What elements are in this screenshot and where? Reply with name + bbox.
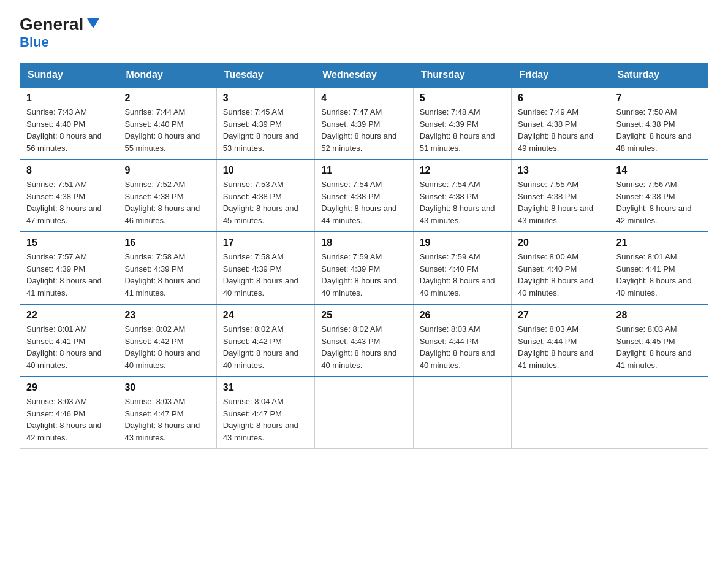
day-info: Sunrise: 8:01 AMSunset: 4:41 PMDaylight:… [616, 252, 692, 297]
day-number: 20 [518, 237, 603, 248]
day-number: 9 [124, 165, 210, 176]
weekday-header-sunday: Sunday [20, 63, 118, 88]
week-row-1: 1 Sunrise: 7:43 AMSunset: 4:40 PMDayligh… [20, 87, 708, 159]
calendar-cell: 29 Sunrise: 8:03 AMSunset: 4:46 PMDaylig… [20, 377, 118, 449]
day-info: Sunrise: 8:02 AMSunset: 4:42 PMDaylight:… [124, 324, 200, 370]
calendar-cell: 4 Sunrise: 7:47 AMSunset: 4:39 PMDayligh… [315, 87, 413, 159]
weekday-header-friday: Friday [512, 63, 610, 88]
calendar-cell: 6 Sunrise: 7:49 AMSunset: 4:38 PMDayligh… [512, 87, 610, 159]
day-number: 4 [321, 93, 406, 104]
day-number: 31 [223, 382, 308, 393]
logo: General Blue [20, 15, 102, 50]
day-number: 14 [616, 165, 702, 176]
day-info: Sunrise: 8:00 AMSunset: 4:40 PMDaylight:… [518, 252, 593, 297]
day-info: Sunrise: 7:54 AMSunset: 4:38 PMDaylight:… [420, 180, 495, 225]
calendar-cell: 13 Sunrise: 7:55 AMSunset: 4:38 PMDaylig… [512, 159, 610, 232]
day-number: 22 [26, 310, 112, 321]
day-info: Sunrise: 8:04 AMSunset: 4:47 PMDaylight:… [223, 397, 298, 442]
day-info: Sunrise: 7:44 AMSunset: 4:40 PMDaylight:… [124, 107, 200, 153]
weekday-header-row: SundayMondayTuesdayWednesdayThursdayFrid… [20, 63, 708, 88]
day-info: Sunrise: 8:03 AMSunset: 4:44 PMDaylight:… [518, 324, 593, 370]
day-info: Sunrise: 7:58 AMSunset: 4:39 PMDaylight:… [124, 252, 200, 297]
calendar-cell: 17 Sunrise: 7:58 AMSunset: 4:39 PMDaylig… [216, 232, 314, 304]
calendar-table: SundayMondayTuesdayWednesdayThursdayFrid… [20, 63, 708, 449]
day-number: 18 [321, 237, 406, 248]
day-info: Sunrise: 8:03 AMSunset: 4:46 PMDaylight:… [26, 397, 102, 442]
day-info: Sunrise: 7:54 AMSunset: 4:38 PMDaylight:… [321, 180, 396, 225]
week-row-4: 22 Sunrise: 8:01 AMSunset: 4:41 PMDaylig… [20, 304, 708, 377]
day-number: 29 [26, 382, 112, 393]
day-number: 3 [223, 93, 308, 104]
day-info: Sunrise: 7:50 AMSunset: 4:38 PMDaylight:… [616, 107, 692, 153]
calendar-cell: 22 Sunrise: 8:01 AMSunset: 4:41 PMDaylig… [20, 304, 118, 377]
calendar-cell [512, 377, 610, 449]
calendar-cell: 27 Sunrise: 8:03 AMSunset: 4:44 PMDaylig… [512, 304, 610, 377]
day-info: Sunrise: 7:56 AMSunset: 4:38 PMDaylight:… [616, 180, 692, 225]
day-number: 12 [420, 165, 505, 176]
day-info: Sunrise: 7:43 AMSunset: 4:40 PMDaylight:… [26, 107, 102, 153]
day-info: Sunrise: 7:52 AMSunset: 4:38 PMDaylight:… [124, 180, 200, 225]
calendar-cell: 31 Sunrise: 8:04 AMSunset: 4:47 PMDaylig… [216, 377, 314, 449]
calendar-cell [610, 377, 708, 449]
day-info: Sunrise: 7:48 AMSunset: 4:39 PMDaylight:… [420, 107, 495, 153]
calendar-cell [413, 377, 511, 449]
day-info: Sunrise: 7:51 AMSunset: 4:38 PMDaylight:… [26, 180, 102, 225]
calendar-cell: 28 Sunrise: 8:03 AMSunset: 4:45 PMDaylig… [610, 304, 708, 377]
calendar-cell: 12 Sunrise: 7:54 AMSunset: 4:38 PMDaylig… [413, 159, 511, 232]
calendar-cell: 8 Sunrise: 7:51 AMSunset: 4:38 PMDayligh… [20, 159, 118, 232]
day-number: 17 [223, 237, 308, 248]
day-info: Sunrise: 8:03 AMSunset: 4:47 PMDaylight:… [124, 397, 200, 442]
calendar-cell: 7 Sunrise: 7:50 AMSunset: 4:38 PMDayligh… [610, 87, 708, 159]
page-header: General Blue [20, 15, 708, 50]
calendar-cell: 3 Sunrise: 7:45 AMSunset: 4:39 PMDayligh… [216, 87, 314, 159]
day-number: 2 [124, 93, 210, 104]
calendar-cell: 25 Sunrise: 8:02 AMSunset: 4:43 PMDaylig… [315, 304, 413, 377]
day-info: Sunrise: 7:58 AMSunset: 4:39 PMDaylight:… [223, 252, 298, 297]
weekday-header-saturday: Saturday [610, 63, 708, 88]
week-row-3: 15 Sunrise: 7:57 AMSunset: 4:39 PMDaylig… [20, 232, 708, 304]
day-number: 15 [26, 237, 112, 248]
day-info: Sunrise: 7:55 AMSunset: 4:38 PMDaylight:… [518, 180, 593, 225]
weekday-header-wednesday: Wednesday [315, 63, 413, 88]
logo-general-text: General [20, 15, 83, 34]
calendar-cell: 19 Sunrise: 7:59 AMSunset: 4:40 PMDaylig… [413, 232, 511, 304]
day-info: Sunrise: 8:02 AMSunset: 4:42 PMDaylight:… [223, 324, 298, 370]
day-info: Sunrise: 7:53 AMSunset: 4:38 PMDaylight:… [223, 180, 298, 225]
calendar-cell: 18 Sunrise: 7:59 AMSunset: 4:39 PMDaylig… [315, 232, 413, 304]
day-number: 28 [616, 310, 702, 321]
calendar-cell: 5 Sunrise: 7:48 AMSunset: 4:39 PMDayligh… [413, 87, 511, 159]
day-number: 1 [26, 93, 112, 104]
calendar-cell: 11 Sunrise: 7:54 AMSunset: 4:38 PMDaylig… [315, 159, 413, 232]
day-number: 24 [223, 310, 308, 321]
day-info: Sunrise: 7:49 AMSunset: 4:38 PMDaylight:… [518, 107, 593, 153]
calendar-cell: 23 Sunrise: 8:02 AMSunset: 4:42 PMDaylig… [118, 304, 216, 377]
day-info: Sunrise: 7:59 AMSunset: 4:39 PMDaylight:… [321, 252, 396, 297]
svg-marker-0 [87, 18, 99, 28]
day-number: 8 [26, 165, 112, 176]
calendar-cell: 24 Sunrise: 8:02 AMSunset: 4:42 PMDaylig… [216, 304, 314, 377]
day-number: 30 [124, 382, 210, 393]
day-info: Sunrise: 7:45 AMSunset: 4:39 PMDaylight:… [223, 107, 298, 153]
day-number: 25 [321, 310, 406, 321]
calendar-cell: 15 Sunrise: 7:57 AMSunset: 4:39 PMDaylig… [20, 232, 118, 304]
day-number: 21 [616, 237, 702, 248]
calendar-cell: 20 Sunrise: 8:00 AMSunset: 4:40 PMDaylig… [512, 232, 610, 304]
day-number: 16 [124, 237, 210, 248]
week-row-5: 29 Sunrise: 8:03 AMSunset: 4:46 PMDaylig… [20, 377, 708, 449]
day-info: Sunrise: 7:57 AMSunset: 4:39 PMDaylight:… [26, 252, 102, 297]
calendar-cell: 21 Sunrise: 8:01 AMSunset: 4:41 PMDaylig… [610, 232, 708, 304]
day-info: Sunrise: 8:03 AMSunset: 4:45 PMDaylight:… [616, 324, 692, 370]
day-number: 5 [420, 93, 505, 104]
calendar-cell: 10 Sunrise: 7:53 AMSunset: 4:38 PMDaylig… [216, 159, 314, 232]
day-info: Sunrise: 8:01 AMSunset: 4:41 PMDaylight:… [26, 324, 102, 370]
calendar-cell: 9 Sunrise: 7:52 AMSunset: 4:38 PMDayligh… [118, 159, 216, 232]
calendar-cell: 14 Sunrise: 7:56 AMSunset: 4:38 PMDaylig… [610, 159, 708, 232]
weekday-header-monday: Monday [118, 63, 216, 88]
calendar-cell [315, 377, 413, 449]
weekday-header-thursday: Thursday [413, 63, 511, 88]
calendar-cell: 16 Sunrise: 7:58 AMSunset: 4:39 PMDaylig… [118, 232, 216, 304]
calendar-cell: 26 Sunrise: 8:03 AMSunset: 4:44 PMDaylig… [413, 304, 511, 377]
day-number: 10 [223, 165, 308, 176]
calendar-cell: 30 Sunrise: 8:03 AMSunset: 4:47 PMDaylig… [118, 377, 216, 449]
day-info: Sunrise: 7:47 AMSunset: 4:39 PMDaylight:… [321, 107, 396, 153]
